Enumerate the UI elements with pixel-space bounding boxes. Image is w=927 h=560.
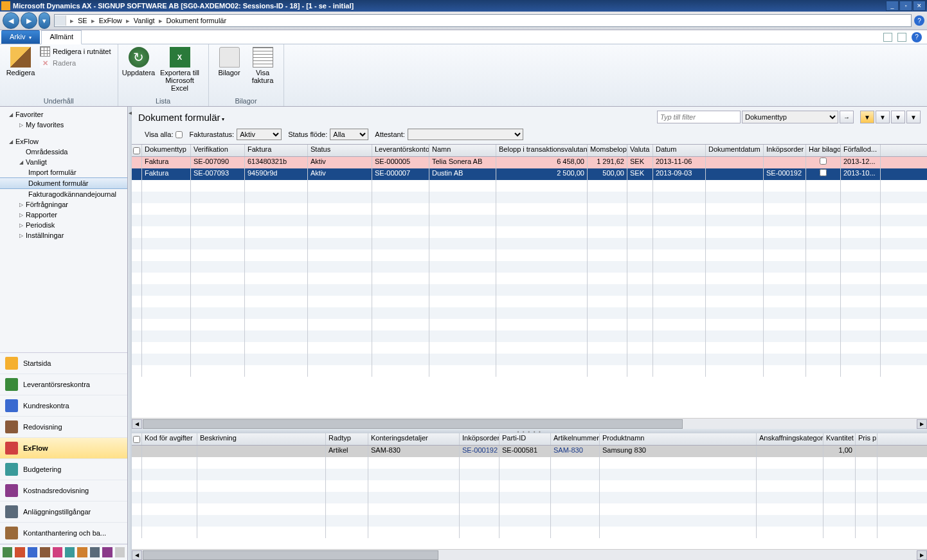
column-header[interactable]: Inköpsorder [764,145,806,156]
flow-status-select[interactable]: Alla [330,129,368,140]
column-header[interactable]: Beskrivning [197,433,326,445]
attachments-button[interactable]: Bilagor [213,46,246,78]
filter-funnel-button[interactable]: ▼ [860,111,874,123]
cell-checkbox[interactable] [820,158,827,165]
footer-icon[interactable] [40,547,50,557]
module-startsida[interactable]: Startsida [0,353,127,374]
column-header[interactable]: Dokumenttyp [142,145,191,156]
column-header[interactable]: Status [308,145,372,156]
restore-button[interactable]: ▫ [899,1,912,11]
breadcrumb-item[interactable]: Dokument formulär [164,17,230,24]
footer-icon[interactable] [53,547,62,557]
tree-exflow[interactable]: ◢ExFlow [0,136,127,147]
scroll-left-icon[interactable]: ◀ [132,550,142,560]
footer-icon[interactable] [90,547,100,557]
column-header[interactable]: Inköpsorder [460,433,500,445]
column-header[interactable]: Datum [653,145,706,156]
column-header[interactable]: Anskaffningskategori [757,433,824,445]
footer-config-icon[interactable] [115,547,125,557]
refresh-button[interactable]: Uppdatera [122,46,156,78]
attestant-select[interactable] [408,129,523,140]
footer-icon[interactable] [15,547,24,557]
column-header[interactable]: Valuta [627,145,653,156]
tree-godkannande[interactable]: Fakturagodkännandejournal [0,189,127,199]
export-excel-button[interactable]: Exportera till Microsoft Excel [156,46,204,93]
module-exflow[interactable]: ExFlow [0,438,127,459]
column-header[interactable]: Kod för avgifter [142,433,197,445]
ribbon-layout-icon[interactable] [897,33,906,42]
row-checkbox-cell[interactable] [132,446,142,457]
footer-icon[interactable] [28,547,37,557]
column-header[interactable]: Belopp i transaktionsvalutan [496,145,588,156]
close-button[interactable]: ✕ [913,1,926,11]
footer-icon[interactable] [65,547,75,557]
breadcrumb-item[interactable]: Vanligt [131,17,158,24]
scroll-right-icon[interactable]: ▶ [917,550,927,560]
column-header[interactable]: Artikelnummer [551,433,600,445]
column-header[interactable]: Kvantitet [824,433,856,445]
module-budgetering[interactable]: Budgetering [0,459,127,480]
column-header[interactable]: Leverantörskonto [372,145,429,156]
scroll-thumb[interactable] [143,419,683,429]
quick-filter-field[interactable]: Dokumenttyp [742,111,838,123]
show-invoice-button[interactable]: Visa faktura [246,46,280,86]
grid-splitter[interactable]: ● ● ● ● ● [132,429,927,433]
breadcrumb-item[interactable]: SE [75,17,90,24]
scroll-left-icon[interactable]: ◀ [132,419,142,429]
breadcrumb[interactable]: ▸ SE▸ ExFlow▸ Vanligt▸ Dokument formulär [54,14,912,27]
detail-select-all[interactable] [132,433,142,445]
tree-my-favorites[interactable]: ▷My favorites [0,120,127,130]
apply-filter-button[interactable]: → [840,111,854,123]
module-anlaggning[interactable]: Anläggningstillgångar [0,501,127,523]
file-tab[interactable]: Arkiv [1,30,40,44]
column-header[interactable]: Radtyp [326,433,368,445]
quick-filter-input[interactable] [657,111,741,123]
column-header[interactable]: Parti-ID [500,433,551,445]
show-all-checkbox[interactable] [176,131,183,138]
detail-h-scrollbar[interactable]: ◀ ▶ [132,549,927,560]
tree-periodisk[interactable]: ▷Periodisk [0,220,127,230]
row-checkbox-cell[interactable] [132,168,142,180]
footer-icon[interactable] [102,547,112,557]
minimize-button[interactable]: _ [886,1,899,11]
column-header[interactable]: Konteringsdetaljer [368,433,460,445]
filter-button-2[interactable]: ▼ [876,111,890,123]
help-icon[interactable]: ? [914,15,924,26]
tree-omradessida[interactable]: Områdessida [0,147,127,157]
tree-rapporter[interactable]: ▷Rapporter [0,210,127,220]
column-header[interactable]: Momsbelopp [588,145,627,156]
grid-h-scrollbar[interactable]: ◀ ▶ [132,418,927,429]
table-row[interactable]: FakturaSE-007090613480321bAktivSE-000005… [132,157,927,168]
footer-icon[interactable] [77,547,87,557]
page-title[interactable]: Dokument formulär [138,112,224,123]
module-kund[interactable]: Kundreskontra [0,395,127,417]
tab-allmant[interactable]: Allmänt [41,30,82,44]
tree-installningar[interactable]: ▷Inställningar [0,230,127,240]
module-kontant[interactable]: Kontanthantering och ba... [0,523,127,544]
column-header[interactable]: Förfallod... [841,145,881,156]
forward-button[interactable]: ▶ [21,12,37,29]
edit-grid-button[interactable]: Redigera i rutnätet [37,46,114,57]
breadcrumb-root-icon[interactable] [55,15,66,26]
table-row[interactable]: ArtikelSAM-830SE-000192SE-000581SAM-830S… [132,446,927,457]
column-header[interactable]: Har bilagor [806,145,841,156]
module-kostnad[interactable]: Kostnadsredovisning [0,480,127,501]
column-header[interactable]: Verifikation [191,145,245,156]
ribbon-minimize-icon[interactable] [883,33,892,42]
invoice-status-select[interactable]: Aktiv [237,129,282,140]
cell-checkbox[interactable] [820,169,827,176]
column-header[interactable]: Pris p [856,433,878,445]
module-redovisning[interactable]: Redovisning [0,417,127,438]
column-header[interactable]: Produktnamn [600,433,757,445]
history-dropdown[interactable]: ▾ [39,12,50,29]
table-row[interactable]: FakturaSE-00709394590r9dAktivSE-000007Du… [132,168,927,180]
tree-favorites[interactable]: ◢Favoriter [0,109,127,120]
column-header[interactable]: Dokumentdatum [706,145,764,156]
scroll-thumb[interactable] [143,550,438,560]
filter-button-3[interactable]: ▼ [891,111,905,123]
filter-button-4[interactable]: ▼ [906,111,921,123]
back-button[interactable]: ◀ [3,12,19,29]
tree-import-formular[interactable]: Import formulär [0,167,127,177]
column-header[interactable]: Namn [429,145,496,156]
breadcrumb-item[interactable]: ExFlow [96,17,125,24]
